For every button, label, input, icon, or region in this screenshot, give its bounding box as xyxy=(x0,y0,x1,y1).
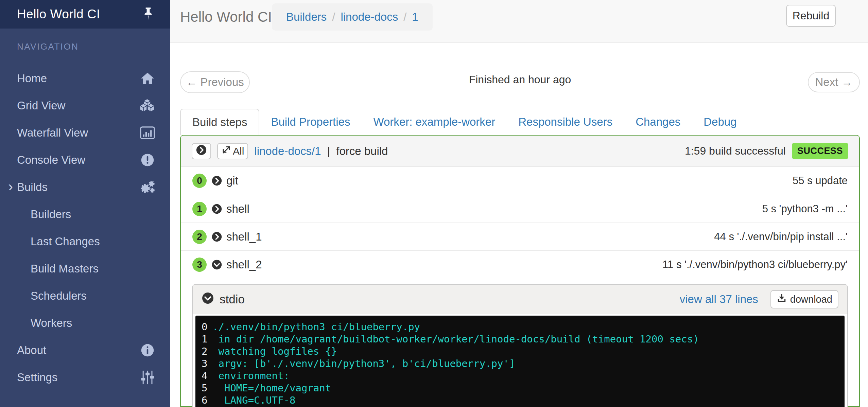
step-number-badge: 3 xyxy=(192,258,207,272)
log-line-number: 6 xyxy=(202,394,212,406)
reason-separator: | xyxy=(327,145,330,158)
sidebar-item-label: Schedulers xyxy=(31,289,87,302)
build-step-row-shell-1[interactable]: 2 shell_1 44 s './.venv/bin/pip install … xyxy=(181,223,859,250)
log-line-number: 5 xyxy=(202,382,212,394)
sidebar-item-label: Builds xyxy=(17,181,48,194)
step-detail: 5 s 'python3 -m ...' xyxy=(762,203,848,215)
stdio-log-terminal[interactable]: 0./.venv/bin/python3 ci/blueberry.py 1 i… xyxy=(195,316,845,407)
tab-changes[interactable]: Changes xyxy=(624,109,692,135)
cubes-icon xyxy=(140,98,155,113)
sidebar-item-label: Settings xyxy=(17,371,57,384)
expand-all-label: All xyxy=(233,145,244,157)
tab-worker[interactable]: Worker: example-worker xyxy=(362,109,507,135)
build-tabs: Build steps Build Properties Worker: exa… xyxy=(180,109,748,135)
sidebar-item-build-masters[interactable]: Build Masters xyxy=(0,255,170,282)
chevron-right-icon: › xyxy=(8,178,13,195)
log-line-text: environment: xyxy=(212,370,290,382)
chevron-right-circle-icon xyxy=(196,144,207,158)
next-build-button[interactable]: Next → xyxy=(808,72,860,92)
sidebar-nav: Home Grid View Waterfall View Co xyxy=(0,65,170,391)
sidebar-header: Hello World CI xyxy=(0,0,170,29)
build-step-row-shell[interactable]: 1 shell 5 s 'python3 -m ...' xyxy=(181,195,859,223)
sidebar-item-workers[interactable]: Workers xyxy=(0,309,170,337)
step-number-badge: 2 xyxy=(192,230,207,244)
build-step-row-git[interactable]: 0 git 55 s update xyxy=(181,167,859,195)
expand-all-button[interactable]: All xyxy=(217,143,248,159)
sidebar-item-home[interactable]: Home xyxy=(0,65,170,92)
main-area: Hello World CI Builders / linode-docs / … xyxy=(170,0,868,407)
log-line-number: 0 xyxy=(202,321,212,333)
sidebar-item-grid-view[interactable]: Grid View xyxy=(0,92,170,119)
log-line: 2 watching logfiles {} xyxy=(202,345,845,357)
log-line: 4 environment: xyxy=(202,370,845,382)
chevron-right-circle-icon xyxy=(211,175,222,186)
download-label: download xyxy=(790,294,832,305)
breadcrumb-link-builders[interactable]: Builders xyxy=(286,11,327,23)
log-line: 0./.venv/bin/python3 ci/blueberry.py xyxy=(202,321,845,333)
page-title: Hello World CI xyxy=(180,9,272,25)
log-line-text: LANG=C.UTF-8 xyxy=(212,394,295,406)
build-link[interactable]: linode-docs/1 xyxy=(254,145,321,158)
step-detail: 55 s update xyxy=(793,175,848,187)
breadcrumb-link-builder[interactable]: linode-docs xyxy=(341,11,398,23)
tab-debug[interactable]: Debug xyxy=(692,109,748,135)
thumbtack-icon xyxy=(142,7,154,22)
sidebar-item-schedulers[interactable]: Schedulers xyxy=(0,282,170,309)
log-line-text: ./.venv/bin/python3 ci/blueberry.py xyxy=(212,321,420,333)
tab-build-steps[interactable]: Build steps xyxy=(180,109,259,135)
view-all-lines-link[interactable]: view all 37 lines xyxy=(680,293,758,306)
log-line: 5 HOME=/home/vagrant xyxy=(202,382,845,394)
build-step-row-shell-2[interactable]: 3 shell_2 11 s './.venv/bin/python3 ci/b… xyxy=(181,250,859,278)
sidebar-item-label: Waterfall View xyxy=(17,126,88,139)
pin-sidebar-button[interactable] xyxy=(142,7,154,22)
info-circle-icon xyxy=(140,343,155,358)
sidebar-item-label: Workers xyxy=(31,317,72,330)
app-title: Hello World CI xyxy=(17,7,100,21)
step-number-badge: 1 xyxy=(192,202,207,216)
sidebar-item-builds[interactable]: › Builds xyxy=(0,174,170,201)
bar-chart-icon xyxy=(140,125,155,140)
tab-build-properties[interactable]: Build Properties xyxy=(259,109,362,135)
stdio-title: stdio xyxy=(220,293,674,306)
build-duration-status: 1:59 build successful xyxy=(685,145,786,157)
sidebar-item-label: Home xyxy=(17,72,47,85)
build-panel-header: All linode-docs/1 | force build 1:59 bui… xyxy=(181,136,859,167)
log-line-text: watching logfiles {} xyxy=(212,345,337,357)
breadcrumb-link-build-number[interactable]: 1 xyxy=(412,11,418,23)
log-line-text: HOME=/home/vagrant xyxy=(212,382,331,394)
top-header: Hello World CI Builders / linode-docs / … xyxy=(170,0,868,43)
step-number-badge: 0 xyxy=(192,174,207,188)
sidebar-item-last-changes[interactable]: Last Changes xyxy=(0,228,170,255)
step-detail: 44 s './.venv/bin/pip install ...' xyxy=(714,231,848,243)
log-line: 6 LANG=C.UTF-8 xyxy=(202,394,845,406)
sidebar-item-console-view[interactable]: Console View xyxy=(0,146,170,174)
step-detail: 11 s './.venv/bin/python3 ci/blueberry.p… xyxy=(662,259,848,271)
sidebar-item-waterfall-view[interactable]: Waterfall View xyxy=(0,119,170,146)
download-icon xyxy=(777,293,787,306)
sidebar-item-builders[interactable]: Builders xyxy=(0,201,170,228)
build-reason: force build xyxy=(336,145,388,158)
sidebar-item-label: Last Changes xyxy=(31,235,100,248)
navigation-section-label: NAVIGATION xyxy=(17,41,170,52)
stdio-header[interactable]: stdio view all 37 lines download xyxy=(193,285,847,314)
rebuild-button[interactable]: Rebuild xyxy=(786,5,836,27)
sidebar-item-label: Grid View xyxy=(17,99,65,112)
expand-arrows-icon xyxy=(221,145,231,157)
sidebar-item-about[interactable]: About xyxy=(0,337,170,364)
chevron-right-circle-icon xyxy=(211,203,222,214)
sidebar-item-label: Console View xyxy=(17,154,85,166)
sidebar-item-label: Build Masters xyxy=(31,262,99,275)
chevron-right-circle-icon xyxy=(211,231,222,242)
chevron-down-circle-icon xyxy=(211,259,222,270)
download-log-button[interactable]: download xyxy=(770,290,838,308)
step-name: shell_2 xyxy=(226,258,262,271)
log-line-number: 1 xyxy=(202,333,212,345)
step-name: shell xyxy=(226,202,249,215)
sliders-icon xyxy=(140,370,155,385)
collapse-build-button[interactable] xyxy=(192,143,211,159)
breadcrumb-separator: / xyxy=(403,11,406,23)
breadcrumb-separator: / xyxy=(332,11,335,23)
tab-responsible-users[interactable]: Responsible Users xyxy=(507,109,624,135)
sidebar-item-settings[interactable]: Settings xyxy=(0,364,170,391)
log-line: 1 in dir /home/vagrant/buildbot-worker/w… xyxy=(202,333,845,345)
